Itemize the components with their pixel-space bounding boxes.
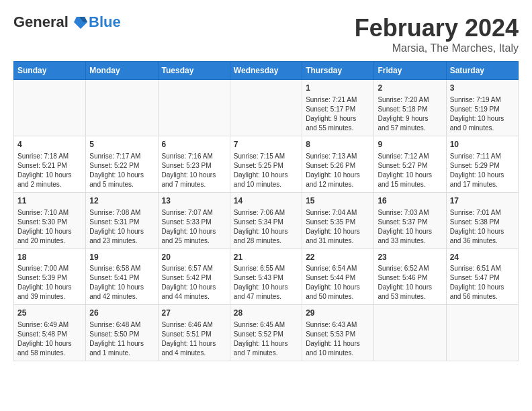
day-info: Sunrise: 7:00 AM Sunset: 5:39 PM Dayligh… [17,264,82,302]
page-header: General Blue February 2024 Marsia, The M… [13,13,519,54]
calendar-cell: 2Sunrise: 7:20 AM Sunset: 5:18 PM Daylig… [374,80,446,136]
day-number: 29 [306,308,370,319]
day-info: Sunrise: 7:15 AM Sunset: 5:25 PM Dayligh… [234,152,298,189]
day-info: Sunrise: 7:10 AM Sunset: 5:30 PM Dayligh… [17,208,82,246]
day-info: Sunrise: 6:55 AM Sunset: 5:43 PM Dayligh… [234,264,298,302]
day-number: 21 [234,252,298,263]
calendar-cell: 26Sunrise: 6:48 AM Sunset: 5:50 PM Dayli… [86,305,158,361]
weekday-header-wednesday: Wednesday [230,62,302,80]
weekday-header-monday: Monday [86,62,158,80]
calendar-cell: 27Sunrise: 6:46 AM Sunset: 5:51 PM Dayli… [158,305,230,361]
calendar-cell: 15Sunrise: 7:04 AM Sunset: 5:35 PM Dayli… [302,192,374,248]
day-info: Sunrise: 7:21 AM Sunset: 5:17 PM Dayligh… [306,95,370,133]
calendar-cell: 17Sunrise: 7:01 AM Sunset: 5:38 PM Dayli… [446,192,518,248]
day-number: 24 [450,252,515,263]
title-section: February 2024 Marsia, The Marches, Italy [355,13,519,54]
calendar-cell: 9Sunrise: 7:12 AM Sunset: 5:27 PM Daylig… [374,136,446,192]
calendar-cell: 19Sunrise: 6:58 AM Sunset: 5:41 PM Dayli… [86,248,158,305]
calendar-cell: 14Sunrise: 7:06 AM Sunset: 5:34 PM Dayli… [230,192,302,248]
day-number: 7 [234,139,298,150]
day-number: 11 [17,195,82,207]
day-number: 15 [306,195,370,207]
day-info: Sunrise: 7:20 AM Sunset: 5:18 PM Dayligh… [378,95,442,133]
calendar-cell [446,305,518,361]
calendar-cell [158,80,230,136]
day-info: Sunrise: 6:58 AM Sunset: 5:41 PM Dayligh… [89,264,154,302]
calendar-cell: 20Sunrise: 6:57 AM Sunset: 5:42 PM Dayli… [158,248,230,305]
day-number: 8 [306,139,370,150]
weekday-header-saturday: Saturday [446,62,518,80]
day-number: 16 [378,195,442,207]
day-number: 18 [17,252,82,263]
day-number: 5 [89,139,154,150]
calendar-cell: 21Sunrise: 6:55 AM Sunset: 5:43 PM Dayli… [230,248,302,305]
day-info: Sunrise: 7:19 AM Sunset: 5:19 PM Dayligh… [450,95,515,133]
day-number: 9 [378,139,442,150]
day-number: 2 [378,83,442,94]
weekday-header-thursday: Thursday [302,62,374,80]
calendar-cell: 29Sunrise: 6:43 AM Sunset: 5:53 PM Dayli… [302,305,374,361]
calendar-cell: 24Sunrise: 6:51 AM Sunset: 5:47 PM Dayli… [446,248,518,305]
day-info: Sunrise: 7:13 AM Sunset: 5:26 PM Dayligh… [306,152,370,189]
day-number: 10 [450,139,515,150]
day-info: Sunrise: 6:48 AM Sunset: 5:50 PM Dayligh… [89,320,154,358]
calendar-title: February 2024 [355,13,519,42]
calendar-cell: 22Sunrise: 6:54 AM Sunset: 5:44 PM Dayli… [302,248,374,305]
day-info: Sunrise: 7:03 AM Sunset: 5:37 PM Dayligh… [378,208,442,246]
day-info: Sunrise: 6:46 AM Sunset: 5:51 PM Dayligh… [162,320,226,358]
day-number: 3 [450,83,515,94]
calendar-table: SundayMondayTuesdayWednesdayThursdayFrid… [13,61,519,361]
calendar-cell: 16Sunrise: 7:03 AM Sunset: 5:37 PM Dayli… [374,192,446,248]
day-info: Sunrise: 6:51 AM Sunset: 5:47 PM Dayligh… [450,264,515,302]
calendar-cell: 12Sunrise: 7:08 AM Sunset: 5:31 PM Dayli… [86,192,158,248]
calendar-cell: 3Sunrise: 7:19 AM Sunset: 5:19 PM Daylig… [446,80,518,136]
calendar-subtitle: Marsia, The Marches, Italy [355,42,519,54]
day-info: Sunrise: 7:11 AM Sunset: 5:29 PM Dayligh… [450,152,515,189]
day-number: 14 [234,195,298,207]
calendar-cell: 10Sunrise: 7:11 AM Sunset: 5:29 PM Dayli… [446,136,518,192]
day-info: Sunrise: 7:04 AM Sunset: 5:35 PM Dayligh… [306,208,370,246]
day-info: Sunrise: 6:54 AM Sunset: 5:44 PM Dayligh… [306,264,370,302]
calendar-cell [86,80,158,136]
day-info: Sunrise: 7:08 AM Sunset: 5:31 PM Dayligh… [89,208,154,246]
day-info: Sunrise: 7:07 AM Sunset: 5:33 PM Dayligh… [162,208,226,246]
day-number: 19 [89,252,154,263]
logo-icon [74,15,87,30]
calendar-week-4: 18Sunrise: 7:00 AM Sunset: 5:39 PM Dayli… [14,248,519,305]
day-info: Sunrise: 7:12 AM Sunset: 5:27 PM Dayligh… [378,152,442,189]
day-number: 28 [234,308,298,319]
day-number: 20 [162,252,226,263]
calendar-cell: 5Sunrise: 7:17 AM Sunset: 5:22 PM Daylig… [86,136,158,192]
calendar-cell: 1Sunrise: 7:21 AM Sunset: 5:17 PM Daylig… [302,80,374,136]
day-number: 17 [450,195,515,207]
day-number: 23 [378,252,442,263]
day-number: 12 [89,195,154,207]
day-number: 13 [162,195,226,207]
calendar-cell: 23Sunrise: 6:52 AM Sunset: 5:46 PM Dayli… [374,248,446,305]
logo-text-blue: Blue [89,13,121,31]
calendar-cell [230,80,302,136]
calendar-cell: 28Sunrise: 6:45 AM Sunset: 5:52 PM Dayli… [230,305,302,361]
day-info: Sunrise: 6:43 AM Sunset: 5:53 PM Dayligh… [306,320,370,358]
calendar-cell [374,305,446,361]
day-info: Sunrise: 6:49 AM Sunset: 5:48 PM Dayligh… [17,320,82,358]
weekday-header-friday: Friday [374,62,446,80]
calendar-week-2: 4Sunrise: 7:18 AM Sunset: 5:21 PM Daylig… [14,136,519,192]
calendar-cell: 13Sunrise: 7:07 AM Sunset: 5:33 PM Dayli… [158,192,230,248]
day-number: 22 [306,252,370,263]
day-info: Sunrise: 7:06 AM Sunset: 5:34 PM Dayligh… [234,208,298,246]
logo-text-general: General [13,13,69,30]
calendar-cell: 8Sunrise: 7:13 AM Sunset: 5:26 PM Daylig… [302,136,374,192]
day-info: Sunrise: 6:52 AM Sunset: 5:46 PM Dayligh… [378,264,442,302]
day-number: 6 [162,139,226,150]
logo: General Blue [13,13,121,31]
weekday-header-tuesday: Tuesday [158,62,230,80]
day-info: Sunrise: 6:45 AM Sunset: 5:52 PM Dayligh… [234,320,298,358]
calendar-cell: 25Sunrise: 6:49 AM Sunset: 5:48 PM Dayli… [14,305,86,361]
day-number: 1 [306,83,370,94]
weekday-header-row: SundayMondayTuesdayWednesdayThursdayFrid… [14,62,519,80]
calendar-cell: 11Sunrise: 7:10 AM Sunset: 5:30 PM Dayli… [14,192,86,248]
day-info: Sunrise: 7:16 AM Sunset: 5:23 PM Dayligh… [162,152,226,189]
day-info: Sunrise: 7:01 AM Sunset: 5:38 PM Dayligh… [450,208,515,246]
calendar-week-1: 1Sunrise: 7:21 AM Sunset: 5:17 PM Daylig… [14,80,519,136]
